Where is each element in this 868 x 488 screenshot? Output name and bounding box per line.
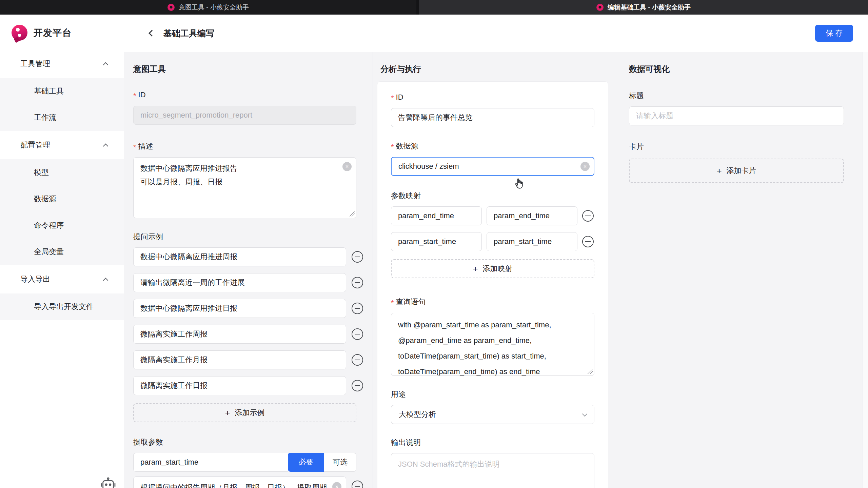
chevron-up-icon xyxy=(103,278,108,283)
output-desc-textarea[interactable] xyxy=(391,453,594,488)
remove-minus-icon[interactable] xyxy=(582,210,594,222)
sidebar-item-model[interactable]: 模型 xyxy=(0,159,124,186)
required-asterisk: * xyxy=(391,94,394,103)
intent-tool-panel: 意图工具 * ID * 描述 数据中心微隔离应用推进报告 可以是月报、周报、日报… xyxy=(124,52,373,488)
intent-id-label: * ID xyxy=(133,89,373,100)
analysis-card: * ID * 数据源 ✕ xyxy=(377,81,608,488)
plus-icon: + xyxy=(225,408,230,417)
intent-desc-label: * 描述 xyxy=(133,141,373,152)
back-button[interactable] xyxy=(145,26,159,40)
sidebar-group-import-export[interactable]: 导入导出 xyxy=(0,265,124,293)
mapping-target-input[interactable] xyxy=(487,232,577,251)
optional-toggle-button[interactable]: 可选 xyxy=(324,453,356,472)
group-label: 工具管理 xyxy=(20,59,50,69)
usage-select-value: 大模型分析 xyxy=(399,409,436,420)
clear-icon[interactable]: ✕ xyxy=(580,162,590,171)
datasource-input[interactable] xyxy=(391,157,594,176)
app-favicon-icon xyxy=(596,4,604,11)
viz-title-input[interactable] xyxy=(629,106,844,125)
required-asterisk: * xyxy=(391,299,394,307)
extract-params-label: 提取参数 xyxy=(133,437,373,447)
param-mapping-label: 参数映射 xyxy=(391,191,594,201)
remove-minus-icon[interactable] xyxy=(352,277,363,288)
query-textarea[interactable]: with @param_start_time as param_start_ti… xyxy=(391,313,594,376)
brand: 开发平台 xyxy=(0,15,124,49)
remove-minus-icon[interactable] xyxy=(352,481,363,488)
required-asterisk: * xyxy=(133,92,136,100)
intent-id-input[interactable] xyxy=(133,106,356,125)
example-input[interactable] xyxy=(133,350,346,369)
card-label: 卡片 xyxy=(629,142,868,152)
page-header: 基础工具编写 保 存 xyxy=(124,15,868,52)
sidebar-group-config-management[interactable]: 配置管理 xyxy=(0,131,124,159)
assistant-robot-icon[interactable] xyxy=(100,477,116,488)
visualization-panel: 数据可视化 标题 卡片 + 添加卡片 xyxy=(618,52,868,488)
mapping-target-input[interactable] xyxy=(487,206,577,225)
output-desc-label: 输出说明 xyxy=(391,438,594,448)
chevron-left-icon xyxy=(149,30,155,37)
intent-desc-textarea[interactable]: 数据中心微隔离应用推进报告 可以是月报、周报、日报 xyxy=(133,157,356,218)
section-title-visualization: 数据可视化 xyxy=(629,64,868,75)
sidebar-nav: 工具管理 基础工具 工作流 配置管理 模型 数据源 命令程序 全局变量 xyxy=(0,49,124,320)
browser-tab-intent-tool[interactable]: 意图工具 - 小薇安全助手 xyxy=(0,0,416,15)
mapping-source-input[interactable] xyxy=(391,232,482,251)
browser-tab-edit-basic-tool[interactable]: 编辑基础工具 - 小薇安全助手 xyxy=(416,0,868,15)
analysis-id-input[interactable] xyxy=(391,108,594,127)
query-label: * 查询语句 xyxy=(391,297,594,307)
sidebar-item-workflow[interactable]: 工作流 xyxy=(0,104,124,131)
page-title: 基础工具编写 xyxy=(163,28,214,39)
sidebar-band: 导入导出开发文件 xyxy=(0,293,124,320)
add-card-button[interactable]: + 添加卡片 xyxy=(629,159,844,183)
add-mapping-button[interactable]: + 添加映射 xyxy=(391,259,594,278)
browser-tabbar: 意图工具 - 小薇安全助手 编辑基础工具 - 小薇安全助手 xyxy=(0,0,868,15)
remove-minus-icon[interactable] xyxy=(582,236,594,247)
example-input[interactable] xyxy=(133,273,346,292)
sidebar-band: 基础工具 工作流 xyxy=(0,78,124,131)
required-asterisk: * xyxy=(133,143,136,152)
mapping-source-input[interactable] xyxy=(391,206,482,225)
sidebar: 开发平台 工具管理 基础工具 工作流 配置管理 模型 数据源 xyxy=(0,15,124,488)
plus-icon: + xyxy=(716,166,722,175)
app-favicon-icon xyxy=(167,4,175,11)
resize-handle[interactable] xyxy=(350,211,355,217)
analysis-id-label: * ID xyxy=(391,92,594,103)
sidebar-item-command-program[interactable]: 命令程序 xyxy=(0,212,124,239)
usage-label: 用途 xyxy=(391,389,594,400)
sidebar-item-basic-tools[interactable]: 基础工具 xyxy=(0,78,124,104)
example-input[interactable] xyxy=(133,299,346,318)
required-toggle-button[interactable]: 必要 xyxy=(288,453,324,472)
sidebar-item-datasource[interactable]: 数据源 xyxy=(0,186,124,212)
datasource-label: * 数据源 xyxy=(391,141,594,151)
remove-minus-icon[interactable] xyxy=(352,303,363,314)
add-example-button[interactable]: + 添加示例 xyxy=(133,403,356,422)
section-title-intent: 意图工具 xyxy=(133,64,373,75)
param-desc-textarea[interactable]: 根据提问中的报告周期（月报、周报、日报），提取周期的开始时间，格式为 YYYY-… xyxy=(133,476,346,488)
scrollbar-track[interactable] xyxy=(863,52,868,488)
remove-minus-icon[interactable] xyxy=(352,328,363,340)
usage-select[interactable]: 大模型分析 xyxy=(391,405,594,424)
remove-minus-icon[interactable] xyxy=(352,354,363,366)
viz-title-label: 标题 xyxy=(629,91,868,101)
platform-name: 开发平台 xyxy=(34,27,72,39)
remove-minus-icon[interactable] xyxy=(352,251,363,263)
plus-icon: + xyxy=(473,264,478,273)
example-input[interactable] xyxy=(133,376,346,395)
example-input[interactable] xyxy=(133,247,346,266)
clear-icon[interactable]: ✕ xyxy=(342,162,352,171)
platform-logo-icon xyxy=(12,25,27,41)
param-name-input[interactable] xyxy=(133,453,288,472)
examples-label: 提问示例 xyxy=(133,232,373,242)
remove-minus-icon[interactable] xyxy=(352,380,363,391)
analysis-panel: 分析与执行 * ID * 数据源 ✕ xyxy=(373,52,618,488)
sidebar-group-tool-management[interactable]: 工具管理 xyxy=(0,49,124,78)
example-input[interactable] xyxy=(133,325,346,344)
sidebar-item-global-variables[interactable]: 全局变量 xyxy=(0,239,124,265)
cursor-pointer-icon xyxy=(513,177,525,191)
chevron-up-icon xyxy=(103,143,108,149)
sidebar-item-import-export-files[interactable]: 导入导出开发文件 xyxy=(0,293,124,320)
group-label: 导入导出 xyxy=(20,274,50,284)
required-asterisk: * xyxy=(391,143,394,151)
resize-handle[interactable] xyxy=(588,369,593,374)
chevron-down-icon xyxy=(582,411,588,416)
save-button[interactable]: 保 存 xyxy=(815,25,853,42)
